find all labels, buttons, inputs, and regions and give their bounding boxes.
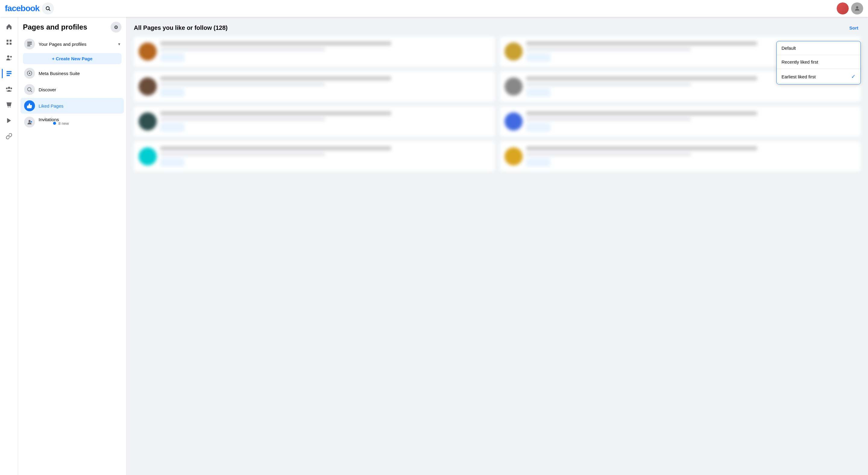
page-name [526,41,757,45]
page-avatar [138,42,157,61]
friends-nav-icon[interactable] [2,51,16,65]
page-title: All Pages you like or follow (128) [134,24,227,31]
page-card[interactable] [500,141,861,171]
topnav-right [837,2,863,14]
page-avatar [504,113,523,130]
svg-point-23 [27,87,31,91]
sidebar-item-meta-business[interactable]: Meta Business Suite [21,65,124,81]
pages-nav-icon[interactable] [2,66,16,81]
create-page-label: + Create New Page [52,56,93,61]
topnav: facebook [0,0,868,17]
page-category [526,118,691,121]
page-category [526,153,691,156]
page-avatar [138,113,157,130]
profile-avatar[interactable] [851,2,863,14]
invitations-icon [24,117,35,127]
settings-gear-button[interactable]: ⚙ [111,22,121,33]
user-avatar[interactable] [837,2,849,14]
sidebar-title: Pages and profiles [23,23,87,31]
page-info [160,76,490,97]
svg-rect-20 [27,45,30,46]
sort-dropdown: Default Recently liked first Earliest li… [776,41,861,85]
search-icon [45,6,51,11]
page-action-button[interactable] [526,123,550,132]
apps-nav-icon[interactable] [2,35,16,50]
svg-point-13 [6,88,7,90]
svg-line-24 [31,91,32,92]
page-name [160,146,391,150]
sort-option-default[interactable]: Default [777,41,861,55]
page-category [160,118,325,121]
your-pages-label: Your Pages and profiles [38,41,115,47]
page-name [526,76,757,81]
sort-option-recently[interactable]: Recently liked first [777,55,861,69]
page-action-button[interactable] [526,88,550,97]
page-avatar [138,77,157,96]
page-action-button[interactable] [526,53,550,62]
invitations-count: 8 new [53,121,120,126]
sidebar-item-invitations[interactable]: Invitations 8 new [21,114,124,130]
svg-rect-18 [27,42,32,43]
page-action-button[interactable] [160,88,184,97]
svg-line-1 [49,9,50,10]
create-new-page-button[interactable]: + Create New Page [23,53,121,64]
pages-section-icon [24,39,35,50]
expand-icon: ▾ [118,41,120,46]
sidebar-header: Pages and profiles ⚙ [21,22,124,36]
page-avatar [504,42,523,61]
page-card[interactable] [134,141,495,171]
sidebar: Pages and profiles ⚙ Your Pages and prof… [18,17,127,475]
home-nav-icon[interactable] [2,19,16,34]
page-info [526,146,856,167]
svg-rect-9 [6,71,11,72]
page-action-button[interactable] [160,123,184,132]
page-action-button[interactable] [160,158,184,167]
content-area: All Pages you like or follow (128) Sort … [127,17,868,475]
page-info [160,146,490,167]
svg-rect-3 [6,40,8,41]
page-action-button[interactable] [160,53,184,62]
page-name [526,111,757,116]
your-pages-item[interactable]: Your Pages and profiles ▾ [21,36,124,52]
page-card[interactable] [134,71,495,102]
liked-pages-icon [24,100,35,111]
page-info [526,111,856,132]
page-category [160,48,325,51]
page-avatar [504,77,523,96]
page-card[interactable] [500,106,861,136]
page-category [526,48,691,51]
page-name [160,111,391,116]
groups-nav-icon[interactable] [2,82,16,96]
main-layout: Pages and profiles ⚙ Your Pages and prof… [0,17,868,475]
sort-option-earliest[interactable]: Earliest liked first ✓ [777,69,861,84]
page-card[interactable] [134,106,495,136]
discover-label: Discover [38,87,120,92]
sidebar-item-discover[interactable]: Discover [21,82,124,97]
page-card[interactable] [134,36,495,67]
marketplace-nav-icon[interactable] [2,98,16,112]
page-action-button[interactable] [526,158,550,167]
page-avatar [138,147,157,165]
page-category [526,83,691,86]
invitations-dot [53,122,56,125]
svg-point-14 [10,88,12,90]
page-name [160,41,391,45]
links-nav-icon[interactable] [2,129,16,144]
icon-bar [0,17,18,475]
svg-point-2 [856,6,858,8]
page-info [160,111,490,132]
sort-button[interactable]: Sort [847,24,861,32]
sort-default-label: Default [781,45,796,51]
sidebar-item-liked-pages[interactable]: Liked Pages [21,98,124,114]
selected-check-icon: ✓ [851,73,856,80]
page-category [160,83,325,86]
svg-rect-19 [27,43,32,44]
svg-point-12 [8,87,10,89]
svg-point-8 [10,56,11,58]
watch-nav-icon[interactable] [2,113,16,128]
page-name [160,76,391,81]
search-button[interactable] [42,2,54,14]
sort-recently-label: Recently liked first [781,59,818,64]
liked-pages-label: Liked Pages [38,103,120,108]
meta-business-icon [24,68,35,79]
